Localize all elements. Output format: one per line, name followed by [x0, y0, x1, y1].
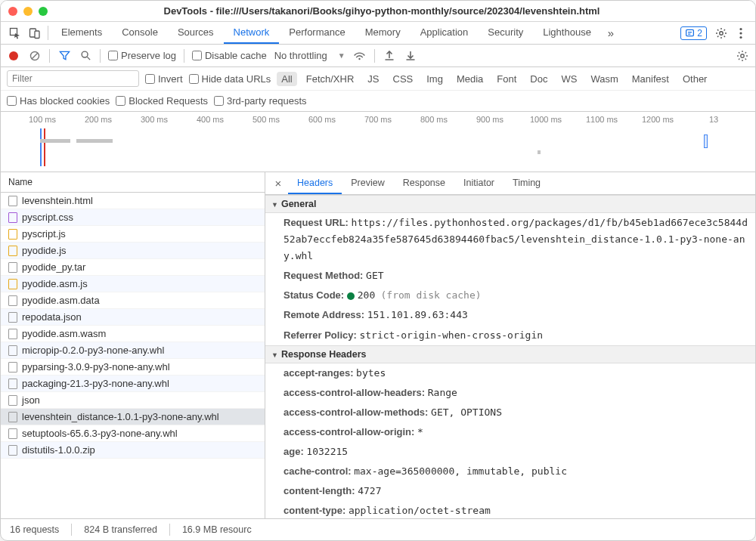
clear-button[interactable] — [28, 49, 42, 63]
device-toolbar-icon[interactable] — [25, 22, 45, 44]
file-icon — [8, 329, 17, 339]
request-row[interactable]: pyodide_py.tar — [1, 259, 265, 276]
network-settings-gear-icon[interactable] — [736, 49, 749, 63]
tab-sources[interactable]: Sources — [168, 22, 224, 44]
response-headers-section-header[interactable]: Response Headers — [265, 345, 755, 363]
request-name: json — [22, 394, 40, 406]
timeline-tick: 200 ms — [85, 115, 112, 124]
filter-type-wasm[interactable]: Wasm — [586, 72, 622, 86]
response-header-row: content-type: application/octet-stream — [265, 501, 755, 518]
search-icon[interactable] — [79, 49, 92, 63]
filter-type-fetch-xhr[interactable]: Fetch/XHR — [302, 72, 359, 86]
tab-memory[interactable]: Memory — [355, 22, 411, 44]
filter-input[interactable] — [7, 70, 139, 87]
filter-type-img[interactable]: Img — [422, 72, 448, 86]
request-name: micropip-0.2.0-py3-none-any.whl — [22, 345, 164, 356]
disable-cache-checkbox[interactable]: Disable cache — [192, 50, 267, 61]
tab-lighthouse[interactable]: Lighthouse — [533, 22, 601, 44]
request-list-panel: Name levenshtein.htmlpyscript.csspyscrip… — [1, 172, 265, 518]
request-row[interactable]: pyodide.js — [1, 243, 265, 259]
checkbox-has-blocked-cookies[interactable]: Has blocked cookies — [7, 95, 110, 107]
request-row[interactable]: pyodide.asm.js — [1, 276, 265, 292]
request-name: pyodide_py.tar — [22, 261, 85, 273]
tab-console[interactable]: Console — [112, 22, 168, 44]
filter-type-other[interactable]: Other — [678, 72, 712, 86]
filter-type-ws[interactable]: WS — [556, 72, 581, 86]
traffic-lights — [8, 7, 48, 16]
file-icon — [8, 379, 17, 389]
request-row[interactable]: distutils-1.0.0.zip — [1, 442, 265, 459]
file-icon — [8, 262, 17, 273]
checkbox-3rd-party-requests[interactable]: 3rd-party requests — [214, 95, 307, 107]
inspect-element-icon[interactable] — [5, 22, 25, 44]
filter-icon[interactable] — [57, 49, 71, 63]
settings-gear-icon[interactable] — [711, 22, 731, 44]
request-name: distutils-1.0.0.zip — [22, 444, 95, 456]
request-details-panel: × HeadersPreviewResponseInitiatorTiming … — [265, 172, 755, 518]
details-tabs: × HeadersPreviewResponseInitiatorTiming — [265, 172, 755, 195]
minimize-window-button[interactable] — [23, 7, 33, 16]
request-row[interactable]: json — [1, 392, 265, 409]
status-ok-dot — [347, 292, 355, 300]
upload-har-icon[interactable] — [383, 49, 396, 63]
filter-type-manifest[interactable]: Manifest — [627, 72, 674, 86]
timeline-tick: 13 — [709, 115, 718, 124]
record-button[interactable] — [7, 49, 20, 63]
preserve-log-checkbox[interactable]: Preserve log — [108, 50, 176, 61]
tab-security[interactable]: Security — [478, 22, 533, 44]
filter-type-doc[interactable]: Doc — [525, 72, 552, 86]
details-tab-initiator[interactable]: Initiator — [454, 172, 503, 194]
download-har-icon[interactable] — [404, 49, 417, 63]
svg-rect-3 — [686, 29, 694, 36]
network-main: Name levenshtein.htmlpyscript.csspyscrip… — [1, 172, 755, 519]
issues-badge[interactable]: 2 — [680, 26, 707, 40]
invert-checkbox[interactable]: Invert — [145, 73, 183, 85]
close-details-button[interactable]: × — [268, 172, 288, 194]
details-tab-timing[interactable]: Timing — [503, 172, 550, 194]
details-tab-headers[interactable]: Headers — [288, 172, 342, 194]
more-tabs-chevron[interactable]: » — [601, 22, 621, 44]
svg-point-15 — [741, 54, 744, 57]
request-name: pyodide.js — [22, 245, 67, 256]
filter-type-all[interactable]: All — [277, 72, 296, 86]
details-tab-response[interactable]: Response — [394, 172, 454, 194]
request-row[interactable]: pyodide.asm.data — [1, 292, 265, 309]
close-window-button[interactable] — [8, 7, 17, 16]
response-header-row: accept-ranges: bytes — [265, 363, 755, 383]
tab-performance[interactable]: Performance — [279, 22, 355, 44]
kebab-menu-icon[interactable] — [731, 22, 751, 44]
title-bar: DevTools - file:///Users/takanori/Books/… — [1, 1, 755, 22]
request-row[interactable]: pyscript.css — [1, 209, 265, 226]
request-row[interactable]: pyparsing-3.0.9-py3-none-any.whl — [1, 359, 265, 376]
request-row[interactable]: pyscript.js — [1, 226, 265, 243]
details-tab-preview[interactable]: Preview — [342, 172, 393, 194]
filter-type-font[interactable]: Font — [492, 72, 521, 86]
file-icon — [8, 312, 17, 323]
request-row[interactable]: pyodide.asm.wasm — [1, 326, 265, 342]
filter-type-media[interactable]: Media — [452, 72, 488, 86]
throttling-select[interactable]: No throttling ▼ — [274, 50, 345, 61]
request-row[interactable]: levenshtein.html — [1, 193, 265, 209]
request-row[interactable]: micropip-0.2.0-py3-none-any.whl — [1, 342, 265, 359]
tab-network[interactable]: Network — [224, 22, 280, 44]
filter-type-css[interactable]: CSS — [389, 72, 418, 86]
timeline-tick: 500 ms — [253, 115, 280, 124]
tab-elements[interactable]: Elements — [51, 22, 112, 44]
general-section-header[interactable]: General — [265, 195, 755, 213]
maximize-window-button[interactable] — [39, 7, 48, 16]
filter-type-js[interactable]: JS — [363, 72, 383, 86]
timeline-tick: 400 ms — [197, 115, 224, 124]
request-row[interactable]: levenshtein_distance-1.0.1-py3-none-any.… — [1, 409, 265, 425]
tab-application[interactable]: Application — [411, 22, 479, 44]
checkbox-blocked-requests[interactable]: Blocked Requests — [116, 95, 208, 107]
hide-data-urls-checkbox[interactable]: Hide data URLs — [189, 73, 271, 85]
request-row[interactable]: setuptools-65.6.3-py3-none-any.whl — [1, 425, 265, 442]
file-icon — [8, 246, 17, 256]
request-row[interactable]: repodata.json — [1, 309, 265, 326]
request-row[interactable]: packaging-21.3-py3-none-any.whl — [1, 376, 265, 392]
name-header[interactable]: Name — [1, 172, 265, 193]
timeline-overview[interactable]: 100 ms200 ms300 ms400 ms500 ms600 ms700 … — [1, 112, 755, 172]
svg-point-4 — [720, 31, 723, 34]
network-conditions-icon[interactable] — [353, 49, 367, 63]
svg-point-12 — [358, 58, 360, 60]
